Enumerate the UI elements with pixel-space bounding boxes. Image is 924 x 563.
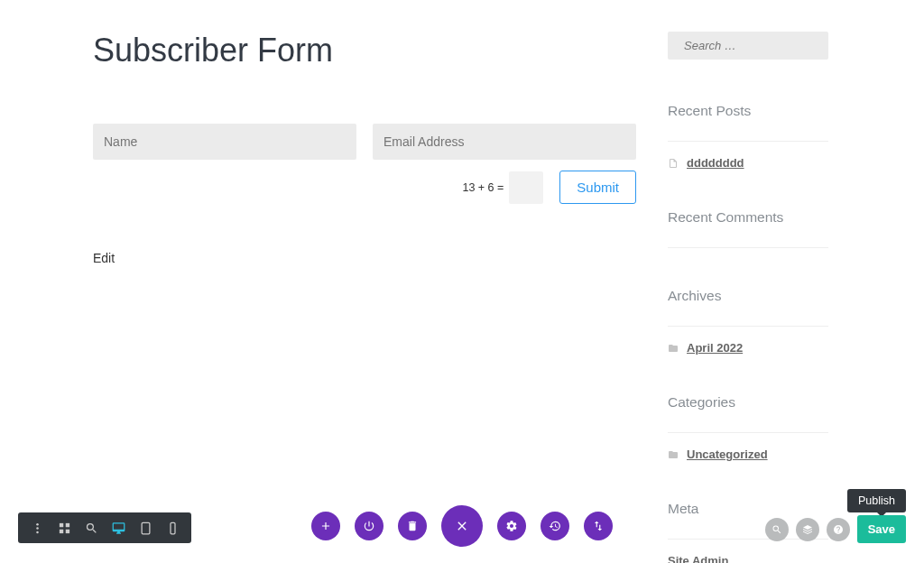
desktop-view-button[interactable] [105,517,132,539]
settings-button[interactable] [497,512,526,540]
search-input[interactable] [684,39,836,52]
name-input[interactable] [93,124,356,160]
tablet-view-button[interactable] [132,517,159,539]
help-button[interactable] [827,518,850,541]
captcha-input[interactable] [509,171,543,204]
folder-icon [668,343,679,354]
captcha-question: 13 + 6 = [462,181,504,194]
publish-tooltip: Publish [847,489,906,512]
zoom-button[interactable] [78,517,105,539]
close-builder-button[interactable] [441,505,483,547]
history-button[interactable] [541,512,569,540]
svg-point-1 [36,527,39,530]
builder-view-toolbar [18,512,191,543]
svg-point-2 [36,531,39,533]
more-options-button[interactable] [23,517,51,539]
svg-rect-6 [65,529,69,532]
recent-post-link[interactable]: dddddddd [687,156,744,170]
svg-rect-7 [142,522,150,534]
archives-title: Archives [668,288,828,304]
svg-point-0 [36,522,39,525]
folder-icon [668,449,679,460]
meta-link-site-admin[interactable]: Site Admin [668,554,828,563]
wireframe-view-button[interactable] [51,517,78,539]
builder-action-toolbar [311,505,613,547]
save-button[interactable]: Save [857,515,906,543]
layers-button[interactable] [796,518,819,541]
category-link[interactable]: Uncategorized [687,448,768,461]
submit-button[interactable]: Submit [559,171,636,204]
divider [668,432,828,433]
document-icon [668,158,679,169]
recent-comments-title: Recent Comments [668,209,828,226]
svg-rect-8 [171,522,175,534]
delete-button[interactable] [398,512,427,540]
divider [668,141,828,142]
power-button[interactable] [355,512,383,540]
search-box[interactable] [668,32,828,60]
find-button[interactable] [765,518,789,541]
phone-view-button[interactable] [159,517,186,539]
archive-item[interactable]: April 2022 [668,341,828,355]
svg-rect-5 [59,529,62,532]
archive-link[interactable]: April 2022 [687,341,743,355]
recent-posts-title: Recent Posts [668,103,828,119]
recent-post-item[interactable]: dddddddd [668,156,828,170]
page-title: Subscriber Form [93,32,636,69]
svg-rect-3 [59,522,62,526]
svg-rect-4 [65,522,69,526]
swap-button[interactable] [584,512,613,540]
edit-link[interactable]: Edit [93,251,636,265]
divider [668,247,828,248]
builder-right-toolbar: Save [765,515,906,543]
category-item[interactable]: Uncategorized [668,448,828,461]
divider [668,326,828,327]
add-button[interactable] [311,512,340,540]
email-input[interactable] [373,124,636,160]
categories-title: Categories [668,394,828,411]
